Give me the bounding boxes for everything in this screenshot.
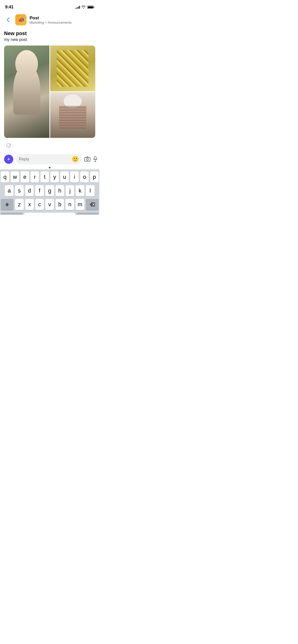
post-body: my new post — [4, 37, 95, 42]
key-d[interactable]: d — [25, 185, 34, 196]
svg-rect-3 — [85, 157, 90, 161]
svg-point-0 — [7, 143, 11, 148]
cursor-dot — [49, 167, 50, 168]
camera-button[interactable] — [84, 156, 90, 162]
key-u[interactable]: u — [60, 171, 69, 183]
reaction-area — [0, 138, 99, 152]
keyboard-row-2: a s d f g h j k l — [1, 185, 99, 196]
microphone-button[interactable] — [93, 156, 98, 163]
key-j[interactable]: j — [66, 185, 74, 196]
key-o[interactable]: o — [80, 171, 89, 183]
add-reaction-button[interactable] — [4, 141, 13, 150]
reply-bar: + 🙂 — [0, 152, 99, 166]
back-button[interactable] — [4, 16, 12, 24]
key-h[interactable]: h — [56, 185, 64, 196]
emoji-button[interactable]: 🙂 — [72, 156, 79, 162]
reply-input[interactable] — [19, 157, 70, 162]
key-k[interactable]: k — [76, 185, 84, 196]
status-bar: 9:41 — [0, 0, 99, 12]
key-numbers[interactable]: 123 — [1, 213, 23, 215]
key-w[interactable]: w — [11, 171, 19, 183]
post-image-2[interactable] — [50, 46, 96, 91]
key-l[interactable]: l — [86, 185, 94, 196]
svg-point-4 — [86, 158, 88, 160]
svg-rect-5 — [94, 156, 96, 159]
signal-icon — [75, 6, 80, 9]
key-g[interactable]: g — [45, 185, 54, 196]
post-content: New post my new post — [0, 27, 99, 42]
keyboard-row-bottom: 123 space return — [1, 213, 99, 215]
key-z[interactable]: z — [15, 199, 24, 210]
image-grid — [4, 46, 95, 138]
key-n[interactable]: n — [65, 199, 74, 210]
key-delete[interactable] — [86, 199, 99, 210]
status-time: 9:41 — [5, 5, 13, 10]
key-m[interactable]: m — [76, 199, 84, 210]
key-e[interactable]: e — [21, 171, 29, 183]
battery-icon — [87, 6, 94, 9]
keyboard: q w e r t y u i o p a s d f g h j k l z … — [0, 169, 99, 215]
wifi-icon — [82, 6, 86, 9]
key-r[interactable]: r — [31, 171, 39, 183]
svg-point-1 — [8, 145, 8, 145]
plus-icon: + — [7, 156, 10, 162]
key-a[interactable]: a — [5, 185, 13, 196]
keyboard-row-1: q w e r t y u i o p — [1, 171, 99, 183]
key-y[interactable]: y — [50, 171, 59, 183]
cursor-indicator — [0, 167, 99, 168]
post-image-3[interactable] — [50, 92, 96, 138]
key-b[interactable]: b — [56, 199, 64, 210]
nav-text: Post Marketing > Announcements — [30, 16, 72, 24]
nav-header: 📣 Post Marketing > Announcements — [0, 12, 99, 27]
key-space[interactable]: space — [24, 213, 75, 215]
key-s[interactable]: s — [15, 185, 24, 196]
nav-breadcrumb: Marketing > Announcements — [30, 21, 72, 24]
nav-title: Post — [30, 16, 72, 21]
post-title: New post — [4, 31, 95, 36]
key-c[interactable]: c — [35, 199, 44, 210]
key-q[interactable]: q — [1, 171, 9, 183]
reply-input-container[interactable]: 🙂 — [16, 154, 82, 164]
key-shift[interactable] — [1, 199, 13, 210]
key-p[interactable]: p — [90, 171, 99, 183]
post-image-1[interactable] — [4, 46, 49, 138]
status-icons — [75, 6, 94, 9]
key-t[interactable]: t — [40, 171, 49, 183]
key-x[interactable]: x — [25, 199, 34, 210]
key-v[interactable]: v — [45, 199, 54, 210]
keyboard-row-3: z x c v b n m — [1, 199, 99, 210]
key-i[interactable]: i — [70, 171, 79, 183]
key-return[interactable]: return — [77, 213, 99, 215]
add-attachment-button[interactable]: + — [4, 155, 13, 164]
channel-icon: 📣 — [15, 14, 26, 25]
key-f[interactable]: f — [35, 185, 44, 196]
